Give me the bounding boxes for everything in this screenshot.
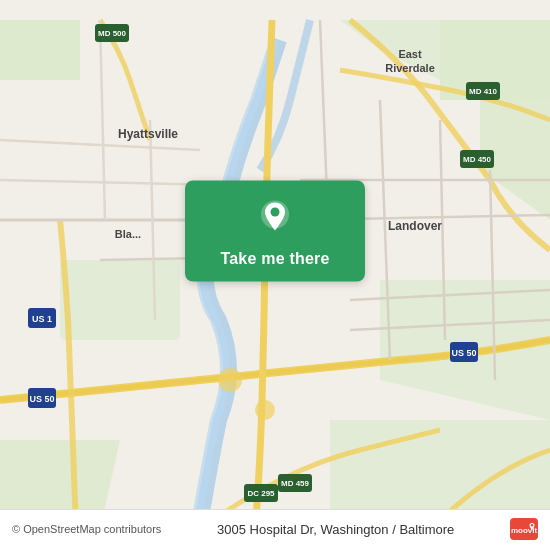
svg-text:DC 295: DC 295 [247,489,275,498]
svg-text:MD 450: MD 450 [463,155,492,164]
svg-text:MD 459: MD 459 [281,479,310,488]
moovit-icon: moovit [510,518,538,540]
address-text: 3005 Hospital Dr, Washington / Baltimore [217,522,454,537]
svg-rect-8 [60,260,180,340]
take-me-there-button[interactable]: Take me there [185,181,365,282]
svg-text:Hyattsville: Hyattsville [118,127,178,141]
svg-point-46 [218,368,242,392]
map-container: US 1 US 50 MD 500 MD 410 MD 450 MD 459 D… [0,0,550,550]
svg-point-52 [531,524,533,526]
svg-text:Riverdale: Riverdale [385,62,435,74]
svg-text:MD 500: MD 500 [98,29,127,38]
svg-text:Landover: Landover [388,219,442,233]
svg-point-47 [255,400,275,420]
svg-point-49 [271,208,280,217]
map-pin-icon [257,199,293,240]
button-label: Take me there [220,250,329,268]
svg-text:US 1: US 1 [32,314,52,324]
svg-text:Bla...: Bla... [115,228,141,240]
bottom-bar: © OpenStreetMap contributors 3005 Hospit… [0,509,550,550]
svg-text:US 50: US 50 [29,394,54,404]
svg-text:US 50: US 50 [451,348,476,358]
svg-marker-1 [0,20,80,80]
copyright-text: © OpenStreetMap contributors [12,523,161,535]
copyright: © OpenStreetMap contributors [12,523,161,535]
moovit-logo: moovit [510,518,538,540]
svg-text:East: East [398,48,422,60]
svg-text:MD 410: MD 410 [469,87,498,96]
